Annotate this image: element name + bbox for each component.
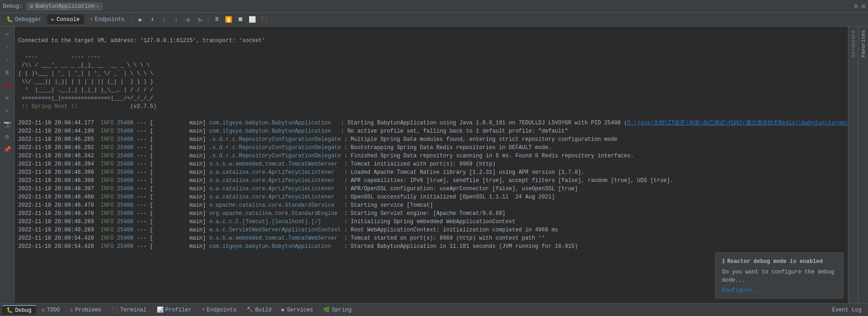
bottom-tab-terminal[interactable]: ⬛ Terminal <box>107 305 151 314</box>
top-bar-left: Debug: BabytunApplication ✕ <box>3 2 103 11</box>
profiler-tab-icon: 📊 <box>157 306 164 313</box>
sidebar-up-icon[interactable]: ↑ <box>1 41 13 53</box>
settings-icon[interactable]: ⚙ <box>854 2 857 10</box>
bottom-tab-build[interactable]: 🔨 Build <box>242 305 276 314</box>
favorites-tab[interactable]: Favorites <box>859 27 868 61</box>
bottom-tab-profiler[interactable]: 📊 Profiler <box>152 305 197 314</box>
log-line-7: 2022-11-10 20:00:48.396 INFO 25408 --- [… <box>18 169 585 176</box>
problems-tab-icon: ⚠ <box>70 306 73 313</box>
log-line-15: 2022-11-10 20:00:54.420 INFO 25408 --- [… <box>18 235 545 241</box>
btn-settings2[interactable]: ⬛ <box>259 14 270 25</box>
btn-step-into[interactable]: ↓ <box>159 14 170 25</box>
sidebar-pin-icon[interactable]: 📌 <box>1 144 13 155</box>
log-line-1: 2022-11-10 20:00:44.177 INFO 25408 --- [… <box>18 120 848 126</box>
sidebar-pause-icon[interactable]: ⏸ <box>1 67 13 79</box>
tab-console[interactable]: ▶ Console <box>47 15 85 24</box>
banner-line-2: /\\ / ___'_ __ _ _(_)_ __ __ _ \ \ \ \ <box>18 62 150 69</box>
banner-line-7: :: Spring Boot :: (v2.7.5) <box>18 103 156 110</box>
banner-line-4: \\/ ___)| |_)| | | | | || (_| | ) ) ) ) <box>18 79 153 85</box>
todo-tab-label: TODO <box>47 307 60 313</box>
sidebar-list-icon[interactable]: ≡ <box>1 92 13 104</box>
log-line-13: 2022-11-10 20:00:49.289 INFO 25408 --- [… <box>18 219 515 225</box>
log-line-10: 2022-11-10 20:00:48.460 INFO 25408 --- [… <box>18 194 555 200</box>
log-line-14: 2022-11-10 20:00:49.289 INFO 25408 --- [… <box>18 227 558 233</box>
app-name: BabytunApplication <box>35 3 95 10</box>
sidebar-down-icon[interactable]: ↓ <box>1 54 13 66</box>
btn-pause[interactable]: ⏸ <box>211 14 222 25</box>
terminal-tab-label: Terminal <box>120 307 147 313</box>
btn-rerun[interactable]: ↺ <box>182 14 193 25</box>
log-line-5: 2022-11-10 20:00:46.342 INFO 25408 --- [… <box>18 153 634 159</box>
tab-endpoints[interactable]: ⚡ Endpoints <box>85 15 129 24</box>
terminal-tab-icon: ⬛ <box>112 306 118 313</box>
log-line-2: 2022-11-10 20:00:44.199 INFO 25408 --- [… <box>18 128 568 134</box>
structure-sidebar: Structure <box>848 27 858 303</box>
btn-step-over[interactable]: ⬇ <box>147 14 158 25</box>
btn-clear[interactable]: ⏹ <box>235 14 246 25</box>
log-line-8: 2022-11-10 20:00:48.396 INFO 25408 --- [… <box>18 177 673 184</box>
bottom-bar: 🐛 Debug ☑ TODO ⚠ Problems ⬛ Terminal 📊 P… <box>0 303 868 316</box>
debug-tab-label: Debug <box>15 307 32 314</box>
sidebar-stop-icon[interactable]: ■ <box>1 80 13 91</box>
configure-link[interactable]: Configure... <box>722 287 761 294</box>
spring-tab-label: Spring <box>332 307 351 313</box>
debugger-icon: 🐛 <box>6 16 13 23</box>
endpoints-bottom-label: Endpoints <box>207 307 236 313</box>
sidebar-edit-icon[interactable]: ✎ <box>1 105 13 117</box>
structure-tab[interactable]: Structure <box>849 27 858 61</box>
log-line-6: 2022-11-10 20:00:48.394 INFO 25408 --- [… <box>18 161 495 167</box>
log-line-9: 2022-11-10 20:00:48.397 INFO 25408 --- [… <box>18 186 578 192</box>
services-tab-icon: ▶ <box>282 306 285 313</box>
banner-line-1: ---- ---- ---- <box>18 54 101 60</box>
endpoints-label: Endpoints <box>95 16 125 23</box>
endpoints-icon: ⚡ <box>90 16 93 23</box>
bottom-tab-debug[interactable]: 🐛 Debug <box>2 305 36 315</box>
bottom-tab-services[interactable]: ▶ Services <box>277 305 318 314</box>
layout-icon[interactable]: ⊞ <box>862 2 865 10</box>
event-log-label: Event Log <box>832 307 862 313</box>
toolbar-sep-1 <box>132 15 132 24</box>
endpoints-bottom-icon: ⚡ <box>202 306 205 313</box>
connected-line: Connected to the target VM, address: '12… <box>18 37 265 44</box>
sidebar-settings-icon[interactable]: ⚙ <box>1 131 13 143</box>
console-label: Console <box>57 16 80 23</box>
reactor-notification: ℹ Reactor debug mode is enabled Do you w… <box>715 252 843 299</box>
btn-resume[interactable]: ▶ <box>135 14 146 25</box>
sidebar-back-icon[interactable]: ↩ <box>1 28 13 40</box>
favorites-sidebar: Favorites <box>858 27 868 303</box>
main-area: ↩ ↑ ↓ ⏸ ■ ≡ ✎ 📷 ⚙ 📌 Connected to the tar… <box>0 27 868 303</box>
info-icon: ℹ <box>722 257 724 265</box>
toolbar-sep-2 <box>208 15 208 24</box>
btn-mute[interactable]: ⏫ <box>223 14 234 25</box>
notification-title-text: Reactor debug mode is enabled <box>727 258 823 265</box>
log-line-16: 2022-11-10 20:00:54.428 INFO 25408 --- [… <box>18 243 578 250</box>
build-tab-label: Build <box>255 307 272 313</box>
top-bar-icons: ⚙ ⊞ <box>854 2 865 10</box>
close-tab-icon[interactable]: ✕ <box>96 4 99 9</box>
log-line-11: 2022-11-10 20:00:48.470 INFO 25408 --- [… <box>18 202 433 209</box>
event-log-tab[interactable]: Event Log <box>827 306 866 314</box>
todo-tab-icon: ☑ <box>42 306 45 313</box>
bottom-tab-problems[interactable]: ⚠ Problems <box>65 305 106 314</box>
banner-line-3: ( ( )\___ | '_ | '_| | '_ \/ _` | \ \ \ … <box>18 70 153 77</box>
log-line-4: 2022-11-10 20:00:46.292 INFO 25408 --- [… <box>18 145 552 151</box>
btn-stop[interactable]: ↻ <box>194 14 205 25</box>
btn-scroll[interactable]: ⬜ <box>247 14 258 25</box>
tab-debugger[interactable]: 🐛 Debugger <box>2 15 46 24</box>
left-sidebar: ↩ ↑ ↓ ⏸ ■ ≡ ✎ 📷 ⚙ 📌 <box>0 27 15 303</box>
profiler-tab-label: Profiler <box>165 307 192 313</box>
toolbar: 🐛 Debugger ▶ Console ⚡ Endpoints ▶ ⬇ ↓ ↑… <box>0 13 868 27</box>
bottom-tab-spring[interactable]: 🌿 Spring <box>319 305 356 314</box>
bottom-tab-endpoints[interactable]: ⚡ Endpoints <box>197 305 241 314</box>
app-tab[interactable]: BabytunApplication ✕ <box>26 2 103 11</box>
btn-step-out[interactable]: ↑ <box>170 14 181 25</box>
banner-line-5: ' |____| .__|_| |_|_| |_\__, | / / / / <box>18 87 153 93</box>
debugger-label: Debugger <box>15 16 42 23</box>
console-icon: ▶ <box>52 16 55 23</box>
top-bar: Debug: BabytunApplication ✕ ⚙ ⊞ <box>0 0 868 13</box>
sidebar-camera-icon[interactable]: 📷 <box>1 118 13 130</box>
notification-body: Do you want to configure the debug mode.… <box>722 268 836 284</box>
log-line-3: 2022-11-10 20:00:46.285 INFO 25408 --- [… <box>18 136 618 143</box>
log-line-12: 2022-11-10 20:00:48.470 INFO 25408 --- [… <box>18 210 506 217</box>
bottom-tab-todo[interactable]: ☑ TODO <box>37 305 64 314</box>
